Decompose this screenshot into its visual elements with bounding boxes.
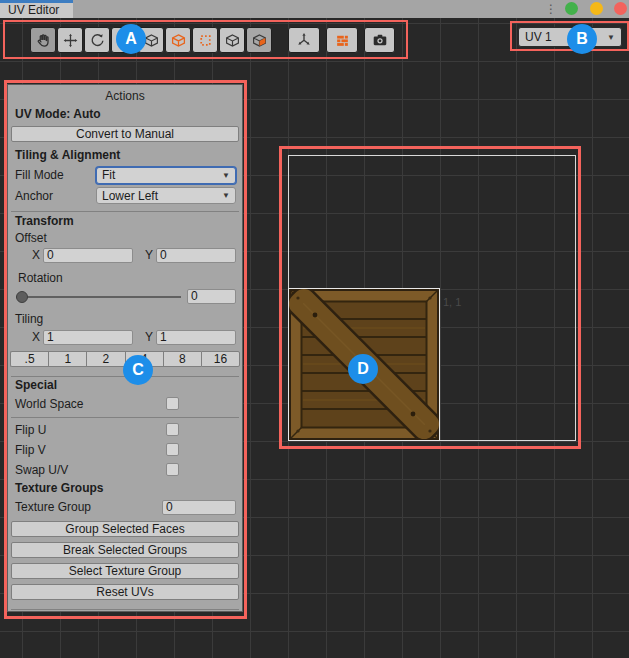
offset-x-label: X [28, 248, 40, 262]
tiling-y-field[interactable]: 1 [156, 330, 236, 345]
tab-title: UV Editor [8, 3, 59, 17]
hand-icon [36, 33, 51, 48]
window-menu-icon[interactable]: ⋮ [545, 1, 555, 17]
offset-x-field[interactable]: 0 [43, 248, 133, 263]
texture-groups-button[interactable] [326, 27, 358, 53]
window-close-button[interactable] [614, 2, 627, 15]
scale-icon [117, 33, 132, 48]
offset-label: Offset [8, 231, 242, 246]
convert-to-manual-button[interactable]: Convert to Manual [11, 126, 239, 142]
chevron-down-icon: ▼ [222, 171, 230, 180]
flip-v-checkbox[interactable] [166, 443, 179, 456]
tiling-x-field[interactable]: 1 [43, 330, 133, 345]
window-zoom-button[interactable] [565, 2, 578, 15]
tiling-y-label: Y [141, 330, 153, 344]
rotate-icon [90, 33, 105, 48]
crate-texture-face[interactable] [288, 288, 440, 441]
camera-icon [372, 32, 388, 48]
rotation-slider[interactable] [16, 296, 181, 298]
texture-groups-heading: Texture Groups [8, 481, 242, 497]
orange-bricks-icon [335, 33, 350, 48]
swap-uv-label: Swap U/V [8, 463, 166, 477]
splay-arrows-icon [296, 32, 312, 48]
swap-uv-checkbox[interactable] [166, 463, 179, 476]
tiling-label: Tiling [8, 312, 242, 327]
fill-mode-value: Fit [102, 168, 115, 182]
uv-channel-dropdown[interactable]: UV 1 ▼ [518, 27, 622, 47]
divider [11, 417, 239, 418]
fill-mode-label: Fill Mode [8, 168, 96, 182]
chevron-down-icon: ▼ [222, 191, 230, 200]
face-mode-button[interactable] [246, 27, 272, 53]
rotation-slider-handle[interactable] [16, 291, 28, 303]
project-uvs-button[interactable] [288, 27, 320, 53]
tiling-preset-2-button[interactable]: 2 [86, 351, 124, 367]
move-icon [63, 33, 78, 48]
cube-icon [225, 33, 240, 48]
cube-icon [144, 33, 159, 48]
world-space-checkbox[interactable] [166, 397, 179, 410]
flip-v-label: Flip V [8, 443, 166, 457]
texture-group-label: Texture Group [8, 500, 162, 514]
tab-uv-editor[interactable]: UV Editor [0, 0, 73, 18]
divider [11, 376, 239, 377]
tiling-preset-8-button[interactable]: 8 [163, 351, 201, 367]
world-space-label: World Space [8, 397, 166, 411]
texture-group-field[interactable]: 0 [162, 500, 236, 515]
anchor-select[interactable]: Lower Left ▼ [96, 187, 236, 204]
dotted-selection-icon [198, 33, 213, 48]
render-uv-button[interactable] [364, 27, 395, 53]
scale-tool-button[interactable] [111, 27, 137, 53]
uv-channel-value: UV 1 [525, 30, 552, 44]
anchor-label: Anchor [8, 189, 96, 203]
rotate-tool-button[interactable] [84, 27, 110, 53]
flip-u-checkbox[interactable] [166, 423, 179, 436]
edge-mode-button[interactable] [165, 27, 191, 53]
selection-tool-button[interactable] [138, 27, 164, 53]
offset-y-field[interactable]: 0 [156, 248, 236, 263]
divider [11, 609, 239, 610]
special-heading: Special [8, 378, 242, 394]
group-selected-faces-button[interactable]: Group Selected Faces [11, 521, 239, 537]
break-selected-groups-button[interactable]: Break Selected Groups [11, 542, 239, 558]
window-minimize-button[interactable] [590, 2, 603, 15]
rotation-value-field[interactable]: 0 [187, 289, 236, 304]
uv-coordinate-label: 1, 1 [443, 296, 461, 308]
fill-mode-select[interactable]: Fit ▼ [96, 167, 236, 184]
element-mode-button[interactable] [219, 27, 245, 53]
transform-heading: Transform [8, 214, 242, 230]
actions-panel: Actions UV Mode: Auto Convert to Manual … [7, 84, 243, 612]
chevron-down-icon: ▼ [607, 33, 615, 42]
tiling-preset-1-button[interactable]: 1 [48, 351, 86, 367]
tiling-preset-half-button[interactable]: .5 [10, 351, 48, 367]
tiling-preset-16-button[interactable]: 16 [201, 351, 240, 367]
rotation-label: Rotation [8, 271, 242, 286]
select-texture-group-button[interactable]: Select Texture Group [11, 563, 239, 579]
cube-orange-face-icon [252, 33, 267, 48]
title-bar: UV Editor ⋮ [0, 0, 629, 18]
tiling-x-label: X [28, 330, 40, 344]
offset-y-label: Y [141, 248, 153, 262]
anchor-value: Lower Left [102, 189, 158, 203]
move-tool-button[interactable] [57, 27, 83, 53]
cube-orange-edges-icon [171, 33, 186, 48]
crate-texture-image [288, 288, 440, 441]
pan-tool-button[interactable] [30, 27, 56, 53]
reset-uvs-button[interactable]: Reset UVs [11, 584, 239, 600]
tiling-preset-4-button[interactable]: 4 [125, 351, 163, 367]
flip-u-label: Flip U [8, 423, 166, 437]
panel-title: Actions [8, 89, 242, 105]
divider [11, 211, 239, 212]
marquee-select-button[interactable] [192, 27, 218, 53]
uv-mode-label: UV Mode: Auto [8, 107, 242, 123]
tiling-alignment-heading: Tiling & Alignment [8, 148, 242, 164]
